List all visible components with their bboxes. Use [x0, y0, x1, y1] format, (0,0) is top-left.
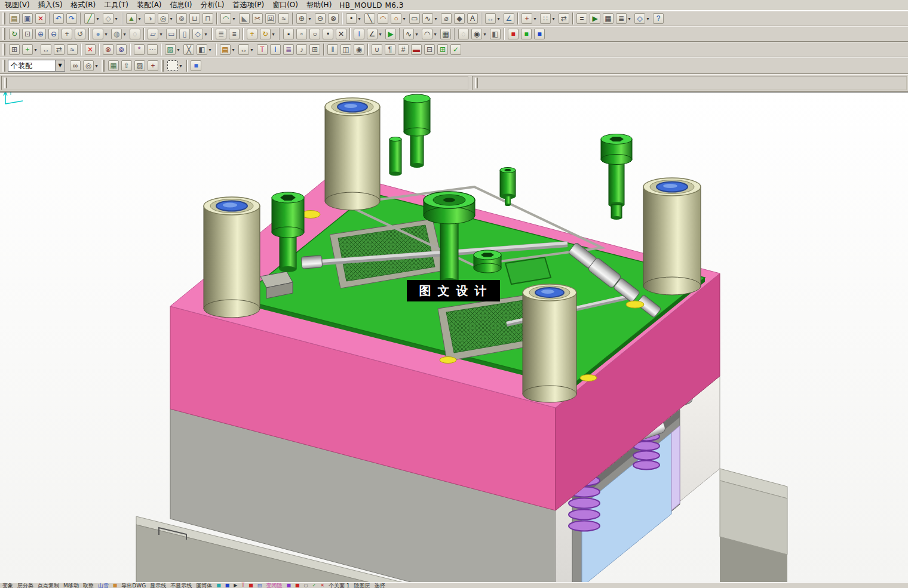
trim-body-icon[interactable]: ✂ [251, 12, 264, 25]
status-play[interactable]: ▶ [234, 583, 237, 588]
subtract-icon[interactable]: ⊖ [314, 12, 327, 25]
fit-view-icon[interactable]: ⊡ [21, 27, 34, 41]
color-swatch-green-icon[interactable]: ■ [520, 27, 533, 41]
toolbar-drag-handle[interactable] [4, 78, 7, 88]
show-object-icon[interactable]: ◉▾ [470, 27, 489, 41]
extrude-icon[interactable]: ▲▾ [125, 12, 143, 25]
close-file-icon[interactable]: ✕ [84, 43, 97, 56]
context-help-icon[interactable]: ? [652, 12, 665, 25]
polygon-icon[interactable]: ◆ [453, 12, 466, 25]
unite-icon[interactable]: ⊕▾ [295, 12, 314, 25]
dropdown-arrow-icon[interactable]: ▾ [645, 16, 651, 21]
redo-icon[interactable]: ↷ [65, 12, 78, 25]
status-swatch-teal[interactable]: ■ [216, 583, 221, 588]
menu-insert[interactable]: 插入(S) [34, 0, 67, 10]
spline-icon[interactable]: ∿▾ [421, 12, 440, 25]
status-item[interactable]: 变闭隐 [266, 583, 282, 588]
status-item[interactable]: M移动 [63, 583, 79, 588]
menu-window[interactable]: 窗口(O) [268, 0, 302, 10]
refresh-icon[interactable]: ↻ [8, 27, 21, 41]
edit-object-display-icon[interactable]: ◧ [489, 27, 502, 41]
dropdown-arrow-icon[interactable]: ▾ [432, 32, 438, 37]
menu-assembly[interactable]: 装配(A) [133, 0, 166, 10]
hidden-edges-icon[interactable]: ◌ [128, 27, 142, 41]
menu-information[interactable]: 信息(I) [166, 0, 197, 10]
mesh-display-icon[interactable]: ▦ [439, 27, 452, 41]
status-swatch-blue[interactable]: ■ [225, 583, 230, 588]
surface-tools-icon[interactable]: ◠▾ [421, 27, 439, 41]
snap-mid-icon[interactable]: ▫ [295, 27, 308, 41]
menu-view[interactable]: 视图(V) [1, 0, 34, 10]
empty-toolbar-right[interactable] [472, 76, 907, 90]
section-view-icon[interactable]: ◫ [339, 43, 352, 56]
assembly-filter-combo[interactable]: 个装配 ▼ [8, 60, 65, 72]
parting-tool-icon[interactable]: ╳ [182, 43, 195, 56]
viewport-3d[interactable]: 图 文 设 计 Y [0, 92, 908, 582]
status-item[interactable]: 隐图层 [354, 583, 370, 588]
analysis-measure-icon[interactable]: ∠▾ [366, 27, 384, 41]
pattern-feature-icon[interactable]: ∷▾ [539, 12, 557, 25]
dropdown-arrow-icon[interactable]: ▾ [357, 16, 362, 21]
dropdown-arrow-icon[interactable]: ▾ [532, 16, 538, 21]
ellipse-icon[interactable]: ⌀ [440, 12, 453, 25]
mirror-feature-icon[interactable]: ⇄ [557, 12, 570, 25]
find-component-icon[interactable]: ∞ [69, 59, 82, 72]
datum-plane-icon[interactable]: ◇▾ [102, 12, 120, 25]
status-item[interactable]: 不显示线 [170, 583, 192, 588]
clearance-analysis-icon[interactable]: ⊚ [115, 43, 128, 56]
dropdown-arrow-icon[interactable]: ▾ [551, 16, 556, 21]
status-item[interactable]: 选择 [375, 583, 385, 588]
status-swatch-orange[interactable]: ■ [113, 583, 118, 588]
dropdown-arrow-icon[interactable]: ▾ [249, 47, 254, 53]
mold-wizard-icon[interactable]: ▨▾ [164, 43, 182, 56]
macro-play-icon[interactable]: ▶ [588, 12, 602, 25]
spreadsheet-icon[interactable]: ⊞ [436, 43, 449, 56]
wireframe-display-icon[interactable]: ◍▾ [110, 27, 128, 41]
snap-center-icon[interactable]: ○ [308, 27, 321, 41]
point-icon[interactable]: •▾ [345, 12, 363, 25]
zoom-out-icon[interactable]: ⊖ [47, 27, 60, 41]
status-item[interactable]: 山雪 [98, 583, 109, 588]
undo-icon[interactable]: ↶ [52, 12, 65, 25]
empty-toolbar-left[interactable] [1, 76, 468, 90]
ruler-tool-icon[interactable]: ▬ [410, 43, 423, 56]
dimension-icon[interactable]: ↔▾ [237, 43, 256, 56]
move-component-icon[interactable]: ↔ [39, 43, 53, 56]
isometric-view-icon[interactable]: ◇▾ [191, 27, 210, 41]
arc-icon[interactable]: ◠ [376, 12, 389, 25]
assembly-constraints-icon[interactable]: ⊞ [8, 43, 21, 56]
dropdown-arrow-icon[interactable]: ▾ [378, 32, 383, 37]
shaded-display-icon[interactable]: ●▾ [91, 27, 110, 41]
core-cavity-icon[interactable]: ◧▾ [195, 43, 214, 56]
mirror-assembly-icon[interactable]: ⇄ [53, 43, 66, 56]
dropdown-arrow-icon[interactable]: ▾ [122, 32, 127, 37]
table-annotation-icon[interactable]: ⊞ [308, 43, 321, 56]
view-orient-icon[interactable]: ◇▾ [633, 12, 652, 25]
top-view-icon[interactable]: ▭ [165, 27, 178, 41]
menu-preferences[interactable]: 首选项(P) [229, 0, 269, 10]
copy-display-icon[interactable]: ▨ [133, 59, 146, 72]
dropdown-arrow-icon[interactable]: ▾ [307, 16, 312, 21]
arrange-up-icon[interactable]: ⇧ [120, 59, 133, 72]
reference-set-icon[interactable]: ▦ [107, 59, 120, 72]
status-swatch-purple[interactable]: ■ [286, 583, 291, 588]
status-item[interactable]: 圆筒体 [196, 583, 212, 588]
chamfer-icon[interactable]: ◣ [238, 12, 251, 25]
status-item[interactable]: 导出DWG [121, 583, 146, 588]
color-swatch-blue-icon[interactable]: ■ [533, 27, 546, 41]
dropdown-arrow-icon[interactable]: ▾ [176, 47, 181, 53]
status-text-tool[interactable]: T [241, 583, 244, 588]
dropdown-arrow-icon[interactable]: ▾ [482, 32, 487, 37]
symbol-note-icon[interactable]: ♪ [295, 43, 308, 56]
snap-intersect-icon[interactable]: ✕ [335, 27, 348, 41]
note-text-icon[interactable]: T [256, 43, 269, 56]
dropdown-arrow-icon[interactable]: ▾ [433, 16, 438, 21]
text-icon[interactable]: A [466, 12, 479, 25]
rotate-view-icon[interactable]: ↺ [73, 27, 87, 41]
dropdown-arrow-icon[interactable]: ▾ [414, 32, 419, 37]
sketch-icon[interactable]: ╱▾ [83, 12, 102, 25]
measure-distance-icon[interactable]: ↔▾ [484, 12, 502, 25]
toolbar-drag-handle[interactable] [161, 60, 164, 72]
status-item[interactable]: 个关面 1 [329, 583, 350, 588]
play-simulation-icon[interactable]: ▶ [384, 27, 397, 41]
